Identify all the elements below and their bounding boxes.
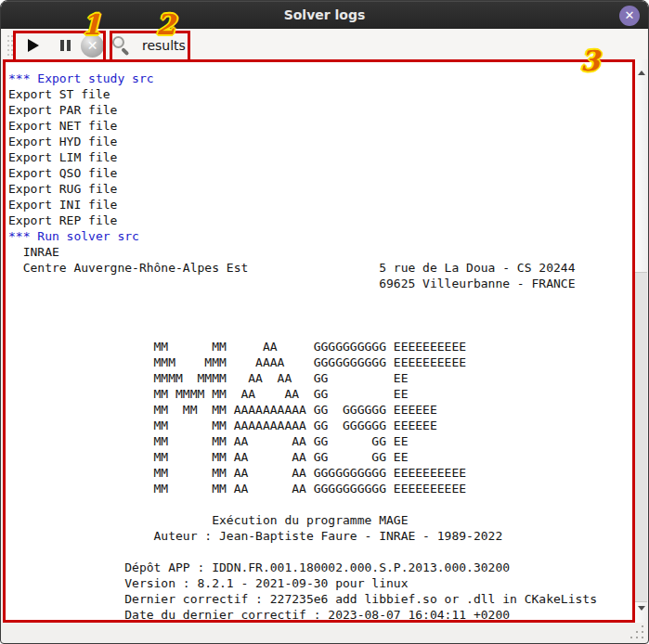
pause-bar (67, 40, 71, 51)
window-resize-handle[interactable] (630, 625, 644, 639)
close-icon: ✕ (625, 8, 635, 22)
titlebar[interactable]: Solver logs ✕ (1, 1, 648, 29)
window-title: Solver logs (1, 7, 648, 22)
vertical-scrollbar[interactable] (634, 59, 647, 623)
search-results-icon[interactable] (112, 36, 135, 57)
log-export-header: *** Export study src (8, 71, 154, 85)
log-export-lines: Export ST file Export PAR file Export NE… (8, 87, 117, 227)
log-solver-banner: INRAE Centre Auvergne-Rhône-Alpes Est 5 … (8, 245, 597, 622)
solver-log-output[interactable]: *** Export study src Export ST file Expo… (3, 59, 635, 623)
scroll-up-arrow-icon[interactable] (635, 65, 648, 82)
log-run-header: *** Run solver src (8, 229, 139, 243)
solver-logs-window: Solver logs ✕ ✕ results *** Export study… (0, 0, 649, 644)
stop-x-glyph: ✕ (87, 38, 98, 53)
magnifier-glass (112, 36, 124, 48)
toolbar-drag-handle[interactable] (7, 35, 13, 56)
play-icon[interactable] (28, 39, 39, 52)
pause-bar (60, 40, 64, 51)
log-text: *** Export study src Export ST file Expo… (6, 62, 632, 623)
stop-icon[interactable]: ✕ (81, 34, 104, 58)
scroll-down-arrow-icon[interactable] (635, 600, 648, 617)
scrollbar-thumb[interactable] (635, 272, 647, 602)
close-button[interactable]: ✕ (619, 6, 640, 26)
magnifier-handle (121, 47, 129, 56)
pause-icon[interactable] (60, 40, 71, 51)
results-button-label[interactable]: results (142, 38, 186, 53)
